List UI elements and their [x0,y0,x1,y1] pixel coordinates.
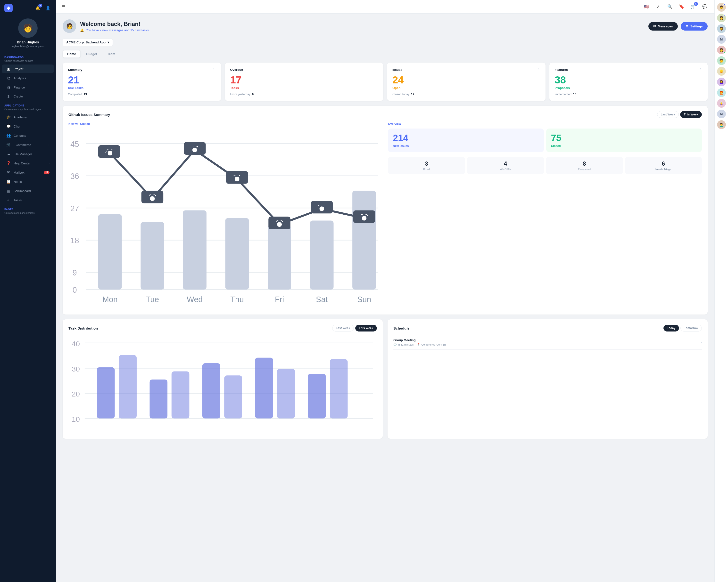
svg-rect-60 [224,376,242,419]
tab-team[interactable]: Team [103,50,120,58]
stat-card-title-summary: Summary [68,68,82,72]
right-avatar-12[interactable]: 👨‍🦱 [717,120,726,129]
topbar: ☰ 🇺🇸 ⤢ 🔍 🔖 🛒 5 💬 [56,0,714,13]
sidebar-item-label: Project [14,67,23,71]
sidebar-user-name: Brian Hughes [17,40,39,44]
sidebar-item-academy[interactable]: 🎓 Academy [2,113,54,121]
right-avatar-11[interactable]: M [717,110,726,118]
right-avatar-3[interactable]: 🧔 [717,24,726,33]
github-toggle-this-week[interactable]: This Week [680,111,702,118]
schedule-item-title: Group Meeting [393,338,446,342]
online-indicator-5 [723,52,726,54]
svg-text:Tue: Tue [146,295,159,304]
right-avatar-6[interactable]: 🧑 [717,56,726,65]
right-avatar-8[interactable]: 👩‍🦱 [717,78,726,86]
sidebar-item-contacts[interactable]: 👥 Contacts [2,131,54,140]
bookmark-icon[interactable]: 🔖 [678,3,685,11]
stat-card-issues: Issues ⋮ 24 Open Closed today: 19 [387,62,546,101]
right-avatar-5[interactable]: 👩 [717,46,726,54]
welcome-actions: ✉ Messages ⚙ Settings [648,22,708,31]
sidebar-item-label: Finance [14,86,25,89]
stat-number-issues: 24 [392,75,540,85]
sidebar-item-helpcenter[interactable]: ❓ Help Center › [2,159,54,168]
stat-card-title-issues: Issues [392,68,402,72]
sidebar-header-icons: 🔔 3 👤 [34,5,51,11]
welcome-subtitle: 🔔 You have 2 new messages and 15 new tas… [80,28,149,32]
schedule-toggle-today[interactable]: Today [664,325,679,332]
chart-label: New vs. Closed [69,122,382,126]
right-avatar-9[interactable]: 🧑‍🦰 [717,88,726,97]
fullscreen-icon[interactable]: ⤢ [654,3,662,11]
schedule-toggle-tomorrow[interactable]: Tomorrow [680,325,702,332]
project-selector[interactable]: ACME Corp. Backend App ▾ [62,38,113,46]
svg-point-35 [192,147,198,153]
stat-card-menu-issues[interactable]: ⋮ [536,67,540,72]
task-dist-header: Task Distribution Last Week This Week [69,325,377,332]
sidebar-item-finance[interactable]: ◑ Finance [2,83,54,92]
svg-text:Wed: Wed [187,295,203,304]
stat-card-menu-overdue[interactable]: ⋮ [374,67,378,72]
schedule-location-text: Conference room 1B [421,343,446,346]
svg-point-37 [277,221,283,228]
right-avatar-1[interactable]: 👨 [717,3,726,11]
svg-text:45: 45 [70,140,79,149]
stat-footer-summary: Completed: 13 [68,93,216,96]
pages-section-label: PAGES [0,205,56,212]
notes-icon: 📋 [6,179,11,184]
stat-cards: Summary ⋮ 21 Due Tasks Completed: 13 Ove… [62,62,708,101]
right-avatar-4[interactable]: M [717,35,726,44]
welcome-title: Welcome back, Brian! [80,21,149,27]
tab-home[interactable]: Home [62,50,81,58]
sidebar-item-crypto[interactable]: $ Crypto [2,92,54,101]
right-avatar-7[interactable]: 👱 [717,67,726,76]
task-dist-toggle-last[interactable]: Last Week [332,325,354,332]
user-profile-icon[interactable]: 👤 [45,5,51,11]
sidebar-user-avatar: 🧑 [18,19,37,38]
sidebar-item-ecommerce[interactable]: 🛒 ECommerce › [2,140,54,149]
overview-closed-issues: 75 Closed [546,129,702,152]
sidebar-header: ◆ 🔔 3 👤 [0,0,56,16]
github-toggle-last-week[interactable]: Last Week [657,111,679,118]
sidebar-item-tasks[interactable]: ✓ Tasks [2,196,54,204]
overview-stat-wontfix: 4 Won't Fix [467,157,544,174]
task-dist-toggle-this[interactable]: This Week [355,325,377,332]
sidebar-item-filemanager[interactable]: ☁ File Manager [2,149,54,158]
right-avatar-2[interactable]: 👩 [717,13,726,22]
finance-icon: ◑ [6,85,11,89]
sidebar-item-label: Tasks [14,198,22,202]
messages-icon[interactable]: 💬 [701,3,709,11]
flag-icon[interactable]: 🇺🇸 [643,3,650,11]
search-icon[interactable]: 🔍 [666,3,674,11]
sidebar-item-notes[interactable]: 📋 Notes [2,177,54,186]
sidebar-item-analytics[interactable]: ◔ Analytics [2,74,54,82]
app-logo[interactable]: ◆ [4,4,12,12]
overview-stat-fixed: 3 Fixed [388,157,465,174]
overview-new-issues: 214 New Issues [388,129,544,152]
github-section-header: Github Issues Summary Last Week This Wee… [69,111,702,118]
dashboards-section-label: DASHBOARDS [0,53,56,60]
hamburger-menu[interactable]: ☰ [62,4,66,9]
notification-bell[interactable]: 🔔 3 [34,5,41,11]
settings-button[interactable]: ⚙ Settings [681,22,708,31]
mailbox-badge: 27 [44,171,50,174]
stat-card-menu-summary[interactable]: ⋮ [212,67,216,72]
sidebar-user-email: hughes.brian@company.com [11,45,45,48]
github-section: Github Issues Summary Last Week This Wee… [62,106,708,314]
settings-btn-icon: ⚙ [685,25,688,28]
messages-button[interactable]: ✉ Messages [648,22,678,31]
schedule-item-arrow[interactable]: › [701,340,702,344]
stat-footer-features: Implemented: 16 [555,93,703,96]
sidebar-item-scrumboard[interactable]: ▦ Scrumboard [2,187,54,195]
right-avatar-10[interactable]: 👩‍🦳 [717,99,726,108]
stat-card-menu-features[interactable]: ⋮ [698,67,702,72]
online-indicator-2 [723,14,726,16]
sidebar-item-project[interactable]: ▣ Project [2,64,54,73]
svg-point-34 [149,195,156,202]
dashboards-section-sub: Unique dashboard designs [0,60,56,64]
ecommerce-arrow: › [49,143,50,146]
cart-icon[interactable]: 🛒 5 [689,3,697,11]
sidebar-item-chat[interactable]: 💬 Chat [2,122,54,131]
tab-budget[interactable]: Budget [81,50,102,58]
schedule-time-text: in 32 minutes [398,343,414,346]
sidebar-item-mailbox[interactable]: ✉ Mailbox 27 [2,168,54,177]
